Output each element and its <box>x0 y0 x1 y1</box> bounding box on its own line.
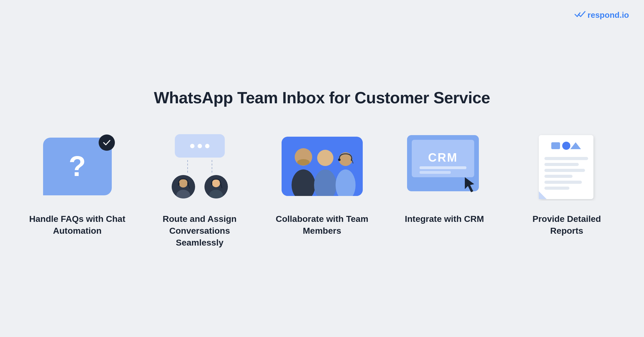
agent-avatar-2 <box>204 175 228 198</box>
svg-rect-32 <box>551 142 560 149</box>
crm-container: CRM <box>404 134 485 199</box>
feature-collaborate: Collaborate with Team Members <box>270 132 374 237</box>
reports-illustration <box>523 132 611 201</box>
logo-domain: .io <box>620 10 629 20</box>
page-wrapper: respond.io WhatsApp Team Inbox for Custo… <box>0 0 644 337</box>
route-lines <box>175 160 225 173</box>
feature-reports: Provide Detailed Reports <box>515 132 619 237</box>
faq-illustration: ? <box>34 132 121 201</box>
logo[interactable]: respond.io <box>574 10 629 20</box>
logo-name: respond <box>587 10 620 20</box>
collaborate-label: Collaborate with Team Members <box>270 213 374 237</box>
svg-rect-36 <box>544 163 579 166</box>
faq-label: Handle FAQs with Chat Automation <box>26 213 129 237</box>
dot-1 <box>190 144 194 148</box>
crm-label: Integrate with CRM <box>405 213 484 225</box>
collaborate-illustration <box>278 132 366 201</box>
route-illustration <box>156 132 243 201</box>
svg-rect-38 <box>544 175 573 178</box>
faq-question-mark: ? <box>69 152 86 180</box>
route-container <box>172 134 228 198</box>
route-agents <box>172 175 228 198</box>
svg-rect-35 <box>544 157 588 160</box>
svg-point-33 <box>562 142 570 150</box>
route-line-right <box>212 160 212 173</box>
logo-text: respond.io <box>587 10 629 20</box>
svg-rect-27 <box>420 166 466 169</box>
svg-rect-39 <box>544 181 582 184</box>
dot-2 <box>198 144 202 148</box>
report-container <box>529 134 604 199</box>
logo-check-icon <box>574 10 586 20</box>
route-label: Route and Assign Conversations Seamlessl… <box>148 213 252 248</box>
features-row: ? Handle FAQs with Chat Automation <box>26 132 619 248</box>
feature-faq: ? Handle FAQs with Chat Automation <box>26 132 129 237</box>
svg-point-15 <box>297 159 310 165</box>
svg-rect-37 <box>544 169 585 172</box>
feature-route: Route and Assign Conversations Seamlessl… <box>148 132 252 248</box>
svg-point-23 <box>338 159 341 161</box>
crm-illustration: CRM <box>401 132 488 201</box>
svg-point-16 <box>317 150 333 166</box>
collab-card <box>282 137 363 196</box>
svg-rect-40 <box>544 187 569 190</box>
feature-crm: CRM Integrate with CRM <box>393 132 496 225</box>
page-title: WhatsApp Team Inbox for Customer Service <box>154 88 490 107</box>
svg-text:CRM: CRM <box>428 151 458 164</box>
route-line-left <box>187 160 188 173</box>
svg-rect-3 <box>178 183 179 186</box>
reports-label: Provide Detailed Reports <box>515 213 619 237</box>
dot-3 <box>205 144 209 148</box>
faq-check-badge <box>99 134 115 151</box>
svg-rect-28 <box>420 171 451 174</box>
svg-rect-9 <box>211 183 212 185</box>
faq-bubble: ? <box>43 138 112 195</box>
agent-avatar-1 <box>172 175 195 198</box>
svg-point-18 <box>339 152 352 166</box>
route-bubble <box>175 134 225 158</box>
